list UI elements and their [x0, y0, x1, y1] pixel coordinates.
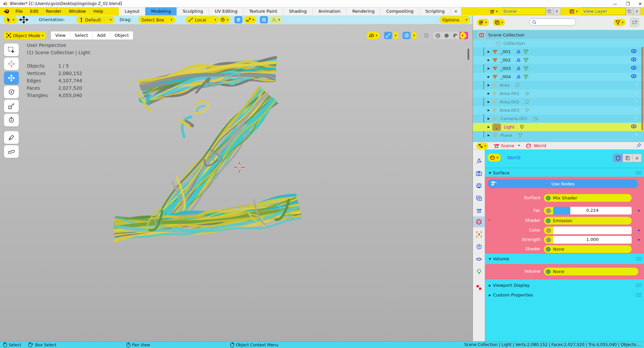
- tab-rendering[interactable]: Rendering: [347, 7, 380, 15]
- tab-object[interactable]: [473, 229, 485, 240]
- tab-object-data[interactable]: [473, 266, 485, 277]
- minimize-button[interactable]: —: [613, 1, 617, 6]
- view-layer-browse-button[interactable]: ▾: [567, 8, 581, 15]
- custom-properties-section-header[interactable]: ▶ Custom Properties: [485, 290, 644, 299]
- panel-drag-dots[interactable]: [636, 293, 642, 297]
- outliner-row-light-selected[interactable]: ▶ Light: [473, 123, 644, 131]
- pin-icon[interactable]: [636, 143, 641, 148]
- unlink-world-button[interactable]: ×: [632, 154, 641, 162]
- outliner-row-light[interactable]: ▶ Area.001 ▾: [473, 89, 644, 98]
- options-dropdown[interactable]: Options ▾: [439, 16, 470, 23]
- menu-edit[interactable]: Edit: [26, 7, 42, 15]
- tab-texture[interactable]: [473, 282, 485, 293]
- tool-annotate[interactable]: [4, 131, 19, 144]
- panel-drag-dots[interactable]: [636, 283, 642, 287]
- tab-layout[interactable]: Layout: [119, 7, 145, 15]
- volume-section-header[interactable]: ▼ Volume: [485, 254, 644, 263]
- volume-shader-select[interactable]: None: [544, 268, 638, 275]
- breadcrumb-world-label[interactable]: World: [534, 143, 546, 148]
- hide-eye-toggle[interactable]: [631, 57, 637, 62]
- outliner-row-object[interactable]: ▶ _003: [473, 64, 644, 73]
- snap-with-select[interactable]: ▾: [244, 16, 256, 23]
- expand-arrow-icon[interactable]: ▶: [488, 125, 491, 128]
- outliner-row-light[interactable]: ▶ Area.003 ▾: [473, 106, 644, 114]
- viewport-display-section-header[interactable]: ▶ Viewport Display: [485, 281, 644, 290]
- tab-scripting[interactable]: Scripting: [420, 7, 451, 15]
- surface-shader-select[interactable]: Mix Shader: [544, 194, 632, 202]
- gizmos-dropdown[interactable]: ▾: [393, 32, 398, 39]
- scene-name-field[interactable]: Scene: [501, 8, 546, 15]
- tool-rotate[interactable]: [4, 86, 19, 98]
- maximize-button[interactable]: ❐: [626, 1, 630, 6]
- tool-measure[interactable]: [4, 145, 19, 158]
- object-visibility-dropdown[interactable]: ▾: [367, 31, 379, 39]
- expand-arrow-icon[interactable]: ▶: [488, 50, 491, 53]
- viewport-menu-add[interactable]: Add: [93, 31, 110, 39]
- shader-none-select[interactable]: None: [544, 245, 632, 253]
- view-layer-copy-button[interactable]: [626, 8, 633, 15]
- outliner-filter-image-dropdown[interactable]: ▾: [493, 19, 505, 26]
- strength-field[interactable]: 1.000: [544, 236, 632, 244]
- blender-menu-icon[interactable]: [3, 9, 10, 14]
- outliner-scrollbar[interactable]: [641, 47, 643, 130]
- tool-scale[interactable]: [4, 100, 19, 112]
- expand-arrow-icon[interactable]: ▶: [488, 59, 491, 62]
- proportional-editing-toggle[interactable]: [260, 16, 268, 23]
- overlays-dropdown[interactable]: ▾: [412, 32, 417, 39]
- shader-select[interactable]: Emission: [544, 217, 632, 225]
- world-browse-button[interactable]: ▾: [488, 154, 501, 162]
- scene-unlink-button[interactable]: ×: [553, 8, 561, 15]
- viewport-menu-select[interactable]: Select: [70, 31, 93, 39]
- expand-arrow-icon[interactable]: ▶: [488, 67, 491, 70]
- copy-world-button[interactable]: [623, 154, 632, 162]
- pivot-point-select[interactable]: ▾: [218, 16, 230, 23]
- expand-arrow-icon[interactable]: ▶: [488, 134, 491, 137]
- outliner-row-camera[interactable]: ▶ Camera.001 ▾: [473, 114, 644, 123]
- mode-select[interactable]: Object Mode ▾: [3, 31, 46, 39]
- snap-toggle[interactable]: [234, 16, 242, 23]
- panel-drag-dots[interactable]: [636, 171, 642, 175]
- tab-compositing[interactable]: Compositing: [380, 7, 420, 15]
- animate-dot-icon[interactable]: [638, 239, 640, 241]
- properties-editor-type-button[interactable]: ▾: [476, 143, 488, 149]
- fake-user-shield-button[interactable]: [613, 154, 623, 162]
- tab-texture-paint[interactable]: Texture Paint: [243, 7, 283, 15]
- outliner-display-mode-dropdown[interactable]: ▾: [477, 19, 489, 26]
- menu-window[interactable]: Window: [65, 7, 89, 15]
- fac-slider[interactable]: 0.224: [544, 207, 632, 214]
- tab-tool[interactable]: [473, 156, 485, 166]
- animate-dot-icon[interactable]: [638, 230, 640, 231]
- scene-copy-button[interactable]: [546, 8, 553, 15]
- add-workspace-button[interactable]: +: [451, 7, 461, 15]
- outliner-row-object[interactable]: ▶ _002: [473, 56, 644, 64]
- transform-space-select[interactable]: Local ▾: [186, 16, 219, 23]
- tab-render[interactable]: [473, 168, 485, 179]
- expand-arrow-icon[interactable]: ▶: [488, 100, 491, 103]
- overlays-toggle[interactable]: [403, 32, 411, 39]
- menu-render[interactable]: Render: [42, 7, 65, 15]
- tool-transform[interactable]: [4, 114, 19, 126]
- menu-file[interactable]: File: [12, 7, 26, 15]
- tab-view-layer[interactable]: [473, 193, 485, 203]
- viewport-menu-object[interactable]: Object: [110, 31, 133, 39]
- expand-arrow-icon[interactable]: ▶: [488, 75, 491, 78]
- tab-sculpting[interactable]: Sculpting: [177, 7, 209, 15]
- panel-drag-dots[interactable]: [636, 257, 642, 261]
- tab-scene[interactable]: [473, 205, 485, 216]
- new-collection-button[interactable]: [630, 18, 639, 27]
- tab-world-active[interactable]: [473, 216, 485, 227]
- tool-select-box[interactable]: [4, 44, 19, 56]
- tab-constraints[interactable]: [473, 241, 485, 252]
- expand-arrow-icon[interactable]: ▶: [488, 84, 491, 87]
- view-layer-name-field[interactable]: View Layer: [581, 8, 626, 15]
- color-swatch-field[interactable]: [544, 227, 632, 234]
- xray-toggle[interactable]: [422, 32, 431, 39]
- scene-browse-button[interactable]: ▾: [486, 8, 501, 15]
- proportional-falloff-select[interactable]: ▾: [269, 16, 282, 23]
- tab-modeling[interactable]: Modeling: [145, 7, 177, 15]
- orientation-select[interactable]: Default ▾: [76, 16, 115, 23]
- hide-eye-toggle[interactable]: [631, 124, 637, 128]
- tab-physics[interactable]: [473, 254, 485, 264]
- world-name-field[interactable]: World: [507, 155, 520, 160]
- hide-eye-toggle[interactable]: [631, 74, 637, 78]
